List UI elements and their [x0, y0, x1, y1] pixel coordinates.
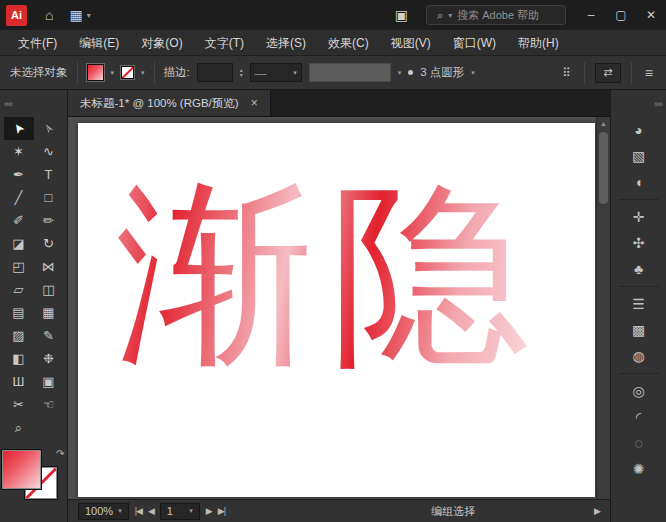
- swatches-panel-button[interactable]: ◖: [622, 169, 656, 195]
- separator: [77, 62, 78, 84]
- stroke-weight-stepper[interactable]: ▴ ▾: [240, 68, 243, 78]
- separator: [154, 62, 155, 84]
- fill-color-swatch[interactable]: [87, 64, 104, 81]
- gradient-panel-button[interactable]: ▩: [622, 317, 656, 343]
- pattern-panel-button[interactable]: ◌: [622, 430, 656, 456]
- tool-column-graph[interactable]: Ш: [4, 370, 34, 393]
- help-search[interactable]: ⌕ ▾ 搜索 Adobe 帮助: [426, 5, 566, 25]
- swap-workspace-icon[interactable]: ⇄: [595, 63, 621, 83]
- tool-line[interactable]: ╱: [4, 186, 34, 209]
- artboard-caret-icon: ▾: [189, 507, 193, 515]
- first-artboard-button[interactable]: |◀: [135, 506, 142, 516]
- panel-menu-icon[interactable]: ≡: [642, 65, 656, 81]
- scroll-up-icon[interactable]: ▲: [597, 117, 610, 127]
- next-artboard-button[interactable]: ▶: [206, 506, 212, 516]
- pencil-icon: ✏: [43, 213, 54, 228]
- spin-down-icon[interactable]: ▾: [240, 73, 243, 78]
- stroke-weight-input[interactable]: [197, 63, 233, 82]
- tool-eraser[interactable]: ◪: [4, 232, 34, 255]
- tool-type[interactable]: T: [34, 163, 64, 186]
- document-tab[interactable]: 未标题-1* @ 100% (RGB/预览) ×: [68, 90, 271, 116]
- tool-lasso[interactable]: ∿: [34, 140, 64, 163]
- stroke-panel-button[interactable]: ☰: [622, 291, 656, 317]
- tool-symbol-sprayer[interactable]: ❉: [34, 347, 64, 370]
- appearance-panel-button[interactable]: ◎: [622, 378, 656, 404]
- tool-rotate[interactable]: ↻: [34, 232, 64, 255]
- brushes-panel-button[interactable]: ✺: [622, 456, 656, 482]
- menu-item-window[interactable]: 窗口(W): [443, 30, 506, 56]
- color-guide-panel-button[interactable]: ▧: [622, 143, 656, 169]
- tool-magic-wand[interactable]: ✶: [4, 140, 34, 163]
- tab-close-icon[interactable]: ×: [251, 96, 258, 110]
- tools-collapse-chevrons-icon[interactable]: ««: [0, 90, 67, 117]
- transform-panel-button[interactable]: ✣: [622, 230, 656, 256]
- tool-rectangle[interactable]: □: [34, 186, 64, 209]
- menu-item-type[interactable]: 文字(T): [195, 30, 254, 56]
- menu-item-view[interactable]: 视图(V): [381, 30, 441, 56]
- appearance-icon: ◎: [632, 383, 644, 399]
- symbols-panel-button[interactable]: ♣: [622, 256, 656, 282]
- layout-caret-icon[interactable]: ▾: [87, 11, 91, 20]
- swap-fill-stroke-icon[interactable]: ↷: [56, 448, 64, 459]
- rotate-icon: ↻: [43, 236, 54, 251]
- tool-slice[interactable]: ✂: [4, 393, 34, 416]
- menu-item-effect[interactable]: 效果(C): [318, 30, 379, 56]
- menu-item-edit[interactable]: 编辑(E): [69, 30, 129, 56]
- tool-mesh[interactable]: ▦: [34, 301, 64, 324]
- tool-pen[interactable]: ✒: [4, 163, 34, 186]
- canvas[interactable]: 渐隐 ▲: [68, 117, 610, 499]
- tool-pencil[interactable]: ✏: [34, 209, 64, 232]
- tool-grid: ➤ ➢ ✶ ∿ ✒ T ╱ □ ✐ ✏ ◪ ↻ ◰ ⋈ ▱ ◫ ▤ ▦ ▨ ✎: [0, 117, 67, 439]
- tool-gradient[interactable]: ▨: [4, 324, 34, 347]
- transparency-panel-button[interactable]: ◍: [622, 343, 656, 369]
- close-button[interactable]: ✕: [636, 0, 666, 30]
- tool-width[interactable]: ⋈: [34, 255, 64, 278]
- fill-proxy[interactable]: [2, 450, 41, 489]
- pen-icon: ✒: [13, 167, 24, 182]
- stroke-color-swatch[interactable]: [121, 66, 134, 79]
- brush-caret-icon[interactable]: ▾: [471, 69, 475, 77]
- tool-paintbrush[interactable]: ✐: [4, 209, 34, 232]
- tool-eyedropper[interactable]: ✎: [34, 324, 64, 347]
- zoom-level-dropdown[interactable]: 100% ▾: [78, 503, 129, 520]
- color-panel-button[interactable]: ◕: [622, 117, 656, 143]
- artwork-text[interactable]: 渐隐: [116, 153, 544, 401]
- dock-separator: [619, 286, 659, 287]
- menu-item-file[interactable]: 文件(F): [8, 30, 67, 56]
- artboard[interactable]: 渐隐: [78, 123, 595, 497]
- tool-selection[interactable]: ➤: [4, 117, 34, 140]
- style-caret-icon[interactable]: ▾: [398, 69, 402, 77]
- artboard-number-dropdown[interactable]: 1 ▾: [160, 503, 200, 520]
- fill-caret-icon[interactable]: ▾: [111, 69, 115, 77]
- width-profile-dropdown[interactable]: — ▾: [250, 63, 302, 82]
- tool-direct-selection[interactable]: ➢: [34, 117, 64, 140]
- dock-collapse-chevrons-icon[interactable]: »»: [611, 90, 666, 117]
- stroke-caret-icon[interactable]: ▾: [141, 69, 145, 77]
- align-panel-button[interactable]: ✛: [622, 204, 656, 230]
- last-artboard-button[interactable]: ▶|: [218, 506, 225, 516]
- status-bar: 100% ▾ |◀ ◀ 1 ▾ ▶ ▶| 编组选择 ▶: [68, 499, 610, 522]
- status-more-icon[interactable]: ▶: [594, 506, 600, 516]
- menu-item-select[interactable]: 选择(S): [256, 30, 316, 56]
- tool-scale[interactable]: ◰: [4, 255, 34, 278]
- tool-hand[interactable]: ☜: [34, 393, 64, 416]
- search-placeholder: 搜索 Adobe 帮助: [457, 8, 539, 23]
- tool-blend[interactable]: ◧: [4, 347, 34, 370]
- tool-shape-builder[interactable]: ◫: [34, 278, 64, 301]
- tool-free-transform[interactable]: ▱: [4, 278, 34, 301]
- tool-perspective-grid[interactable]: ▤: [4, 301, 34, 324]
- dots-grid-icon[interactable]: ⠿: [559, 66, 574, 80]
- tool-artboard[interactable]: ▣: [34, 370, 64, 393]
- home-icon[interactable]: ⌂: [37, 0, 61, 30]
- vertical-scrollbar[interactable]: ▲: [596, 117, 610, 499]
- prev-artboard-button[interactable]: ◀: [148, 506, 154, 516]
- maximize-button[interactable]: ▢: [606, 0, 636, 30]
- menu-item-object[interactable]: 对象(O): [131, 30, 192, 56]
- corners-panel-button[interactable]: ◜: [622, 404, 656, 430]
- menu-bar: 文件(F) 编辑(E) 对象(O) 文字(T) 选择(S) 效果(C) 视图(V…: [0, 30, 666, 56]
- minimize-button[interactable]: –: [576, 0, 606, 30]
- scrollbar-thumb[interactable]: [599, 132, 608, 204]
- menu-item-help[interactable]: 帮助(H): [508, 30, 569, 56]
- arrange-documents-icon[interactable]: ▣: [387, 0, 416, 30]
- tool-zoom[interactable]: ⌕: [4, 416, 34, 439]
